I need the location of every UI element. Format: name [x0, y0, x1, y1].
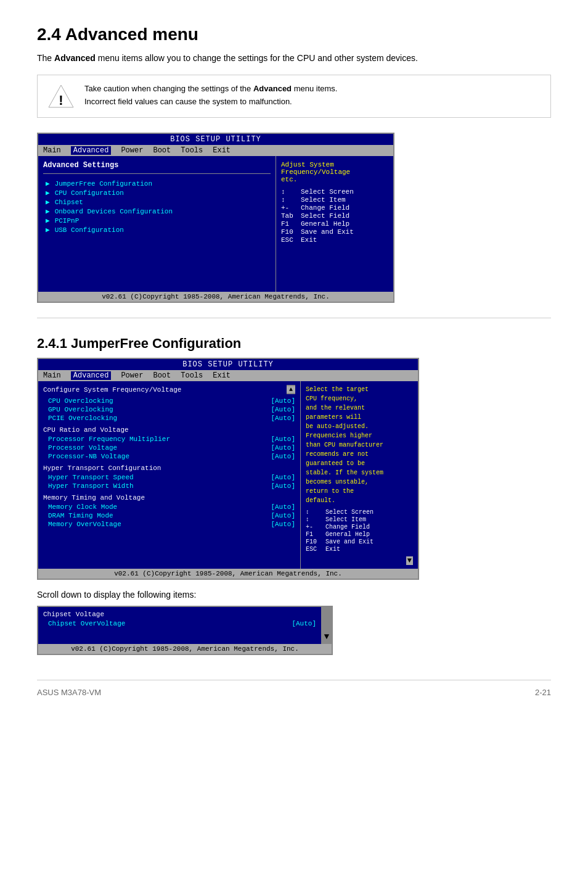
bios2-menu-exit: Exit [213, 371, 231, 380]
subsection-title: 2.4.1 JumperFree Configuration [37, 336, 551, 352]
bios2-menu-main: Main [43, 371, 61, 380]
bios3-section-header: Chipset Voltage [43, 611, 316, 618]
bios3-left-panel: Chipset Voltage Chipset OverVoltage [Aut… [38, 607, 322, 644]
menu-boot: Boot [153, 146, 171, 155]
bios-title-bar: BIOS SETUP UTILITY [38, 134, 393, 145]
bios2-group-hyper: Hyper Transport Configuration [43, 464, 295, 472]
bios-item-usb: ▶USB Configuration [43, 225, 271, 234]
intro-paragraph: The Advanced menu items allow you to cha… [37, 52, 551, 65]
bios-screen-jumperfree: BIOS SETUP UTILITY Main Advanced Power B… [37, 358, 419, 580]
bios2-menu-bar: Main Advanced Power Boot Tools Exit [38, 370, 418, 381]
section-divider-1 [37, 318, 551, 318]
bios2-title-bar: BIOS SETUP UTILITY [38, 359, 418, 370]
page-footer: ASUS M3A78-VM 2-21 [37, 680, 551, 697]
bios2-item-ht-width: Hyper Transport Width [Auto] [43, 482, 295, 490]
bios-screen-chipset: Chipset Voltage Chipset OverVoltage [Aut… [37, 606, 333, 655]
bios3-item-chipset-ov: Chipset OverVoltage [Auto] [43, 619, 316, 628]
bios-footer: v02.61 (C)Copyright 1985-2008, American … [38, 292, 393, 302]
bios2-item-dram-timing: DRAM Timing Mode [Auto] [43, 511, 295, 520]
scroll-up-arrow: ▲ [287, 386, 295, 393]
bios2-item-mem-overvolt: Memory OverVoltage [Auto] [43, 520, 295, 529]
page-title: 2.4 Advanced menu [37, 25, 551, 44]
scroll-down-indicator: ▼ [406, 556, 413, 565]
menu-advanced: Advanced [71, 146, 112, 155]
menu-main: Main [43, 146, 61, 155]
scroll-arrow-down-icon: ▼ [324, 632, 329, 642]
bios-screen-advanced: BIOS SETUP UTILITY Main Advanced Power B… [37, 133, 394, 303]
intro-bold: Advanced [54, 53, 96, 63]
menu-power: Power [121, 146, 143, 155]
bios2-item-proc-nb-volt: Processor-NB Voltage [Auto] [43, 452, 295, 461]
bios-item-pcipc: ▶PCIPnP [43, 216, 271, 225]
footer-page-number: 2-21 [535, 688, 551, 697]
bios-section-header: Advanced Settings [43, 161, 271, 170]
bios2-group-memory: Memory Timing and Voltage [43, 494, 295, 501]
bios-right-panel: Adjust SystemFrequency/Voltageetc. ↕Sele… [276, 156, 393, 292]
bios2-item-cpu-oc: CPU Overclocking [Auto] [43, 397, 295, 405]
menu-tools: Tools [181, 146, 203, 155]
bios-item-chipset: ▶Chipset [43, 197, 271, 207]
bios2-help-text: Select the targetCPU frequency,and the r… [306, 385, 413, 505]
bios3-body: Chipset Voltage Chipset OverVoltage [Aut… [38, 607, 332, 644]
bios-help-keys: ↕Select Screen ↕Select Item +-Change Fie… [281, 188, 388, 244]
bios2-help-keys: ↕Select Screen ↕Select Item +-Change Fie… [306, 509, 413, 553]
scroll-note: Scroll down to display the following ite… [37, 590, 551, 600]
bios2-item-ht-speed: Hyper Transport Speed [Auto] [43, 473, 295, 482]
bios2-item-pcie-oc: PCIE Overclocking [Auto] [43, 414, 295, 423]
bios2-menu-advanced: Advanced [71, 371, 112, 380]
bios2-item-proc-volt: Processor Voltage [Auto] [43, 444, 295, 452]
bios3-scroll-bar: ▼ [322, 607, 332, 644]
bios2-menu-power: Power [121, 371, 143, 380]
bios-menu-bar: Main Advanced Power Boot Tools Exit [38, 145, 393, 156]
bios2-section-header: Configure System Frequency/Voltage [43, 386, 181, 394]
bios-left-panel: Advanced Settings ▶JumperFree Configurat… [38, 156, 276, 292]
bios2-menu-tools: Tools [181, 371, 203, 380]
bios2-body: Configure System Frequency/Voltage ▲ CPU… [38, 381, 418, 569]
warning-icon: ! [47, 83, 75, 110]
bios2-item-gpu-oc: GPU Overclocking [Auto] [43, 405, 295, 414]
warning-box: ! Take caution when changing the setting… [37, 75, 551, 118]
bios2-item-mem-clock: Memory Clock Mode [Auto] [43, 503, 295, 511]
bios2-left-panel: Configure System Frequency/Voltage ▲ CPU… [38, 381, 301, 569]
bios2-menu-boot: Boot [153, 371, 171, 380]
menu-exit: Exit [213, 146, 231, 155]
footer-product: ASUS M3A78-VM [37, 688, 101, 697]
warning-text: Take caution when changing the settings … [84, 83, 337, 109]
bios2-right-panel: Select the targetCPU frequency,and the r… [301, 381, 418, 569]
bios3-footer: v02.61 (C)Copyright 1985-2008, American … [38, 644, 332, 654]
svg-text:!: ! [59, 93, 63, 108]
bios-item-cpu-config: ▶CPU Configuration [43, 188, 271, 197]
bios-item-jumperfree: ▶JumperFree Configuration [43, 179, 271, 188]
bios2-footer: v02.61 (C)Copyright 1985-2008, American … [38, 569, 418, 579]
bios-help-text: Adjust SystemFrequency/Voltageetc. [281, 161, 388, 183]
bios-body: Advanced Settings ▶JumperFree Configurat… [38, 156, 393, 292]
bios-item-onboard: ▶Onboard Devices Configuration [43, 207, 271, 216]
bios2-item-proc-freq: Processor Frequency Multiplier [Auto] [43, 435, 295, 444]
bios2-group-cpu-ratio: CPU Ratio and Voltage [43, 426, 295, 434]
